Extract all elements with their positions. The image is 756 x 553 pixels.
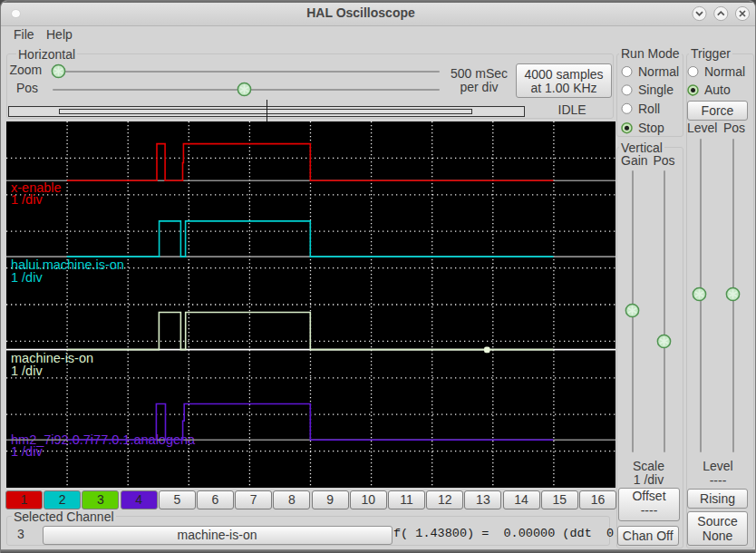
svg-text:1 /div: 1 /div [11,444,43,459]
svg-text:1 /div: 1 /div [11,192,43,207]
svg-text:1 /div: 1 /div [11,270,43,285]
svg-text:1 /div: 1 /div [11,364,43,378]
